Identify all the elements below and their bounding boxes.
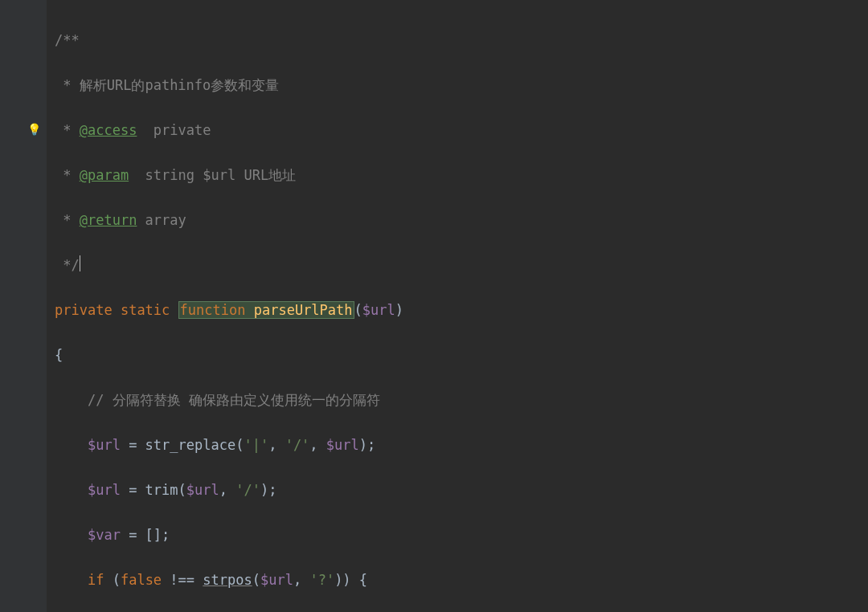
- keyword: false: [121, 572, 162, 588]
- variable: $url: [362, 302, 395, 318]
- editor-gutter: 💡: [0, 0, 47, 612]
- variable: $url: [88, 482, 121, 498]
- lightbulb-icon[interactable]: 💡: [27, 118, 42, 133]
- string: '/': [285, 437, 310, 453]
- variable: $url: [186, 482, 219, 498]
- string: '/': [235, 482, 260, 498]
- variable: $url: [326, 437, 359, 453]
- brace: {: [55, 347, 63, 363]
- docblock-end: */: [55, 257, 80, 273]
- docblock-start: /**: [55, 32, 80, 48]
- docblock-line: * @access private: [55, 122, 211, 138]
- variable: $url: [260, 572, 293, 588]
- function-declaration-highlight: function parseUrlPath: [178, 301, 354, 319]
- keyword: if: [88, 572, 104, 588]
- function-call: strpos: [203, 572, 252, 588]
- variable: $var: [88, 527, 121, 543]
- docblock-line: * @param string $url URL地址: [55, 167, 296, 183]
- code-editor[interactable]: /** * 解析URL的pathinfo参数和变量 * @access priv…: [55, 6, 446, 612]
- string: '|': [244, 437, 268, 453]
- keyword: private: [55, 302, 113, 318]
- docblock-line: * 解析URL的pathinfo参数和变量: [55, 77, 279, 93]
- variable: $url: [88, 437, 121, 453]
- comment: // 分隔符替换 确保路由定义使用统一的分隔符: [88, 392, 380, 408]
- string: '?': [309, 572, 334, 588]
- keyword: static: [121, 302, 170, 318]
- text-cursor: [80, 255, 80, 271]
- docblock-line: * @return array: [55, 212, 186, 228]
